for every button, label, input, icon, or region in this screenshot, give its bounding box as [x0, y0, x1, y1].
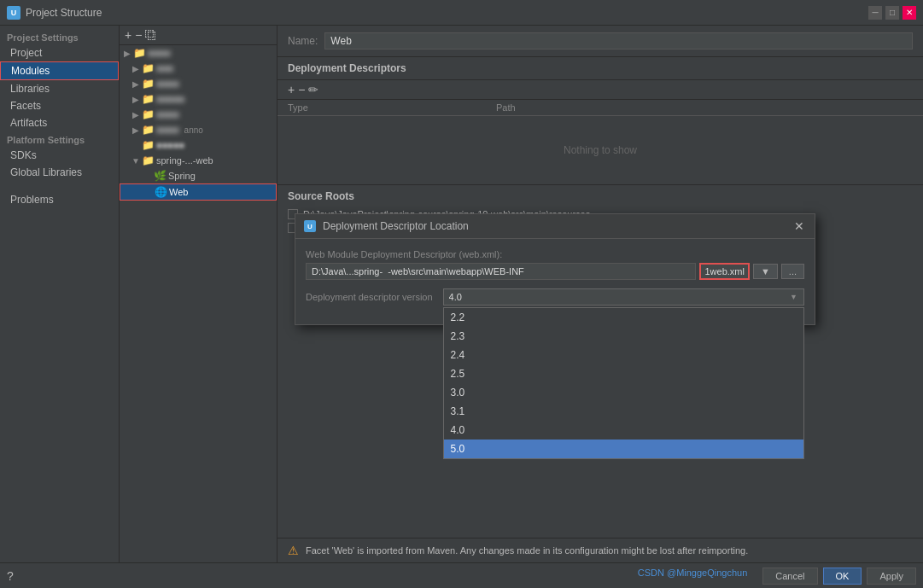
sidebar-item-problems[interactable]: Problems: [0, 191, 119, 208]
tree-toolbar: + − ⿻: [120, 26, 277, 45]
tree-item-1[interactable]: ▶ 📁 ■■■: [120, 61, 277, 76]
sidebar-item-label: Global Libraries: [10, 166, 82, 178]
expand-icon: ▶: [131, 125, 140, 135]
folder-icon: 📁: [133, 47, 146, 59]
watermark: CSDN @MinggeQingchun: [638, 568, 748, 585]
tree-item-label: Web: [169, 187, 188, 197]
version-label: Deployment descriptor version: [306, 292, 433, 302]
sidebar: Project Settings Project Modules Librari…: [0, 26, 120, 562]
tree-item-label: ■■■■: [156, 125, 179, 135]
tree-item-2[interactable]: ▶ 📁 ■■■■: [120, 76, 277, 91]
web-icon: 🌐: [155, 186, 167, 198]
tree-item-5[interactable]: ▶ 📁 ■■■■ anno: [120, 122, 277, 137]
sidebar-item-libraries[interactable]: Libraries: [0, 80, 119, 97]
remove-button[interactable]: −: [135, 29, 142, 41]
apply-button[interactable]: Apply: [867, 568, 916, 585]
sidebar-item-label: Libraries: [10, 83, 50, 95]
expand-icon: ▶: [131, 95, 140, 104]
version-option-24[interactable]: 2.4: [444, 346, 803, 364]
tree-item-label: ■■■■■: [156, 140, 184, 150]
version-option-50[interactable]: 5.0: [444, 440, 803, 458]
version-option-22[interactable]: 2.2: [444, 308, 803, 327]
dialog-icon: U: [304, 220, 316, 232]
sidebar-item-global-libraries[interactable]: Global Libraries: [0, 164, 119, 181]
sidebar-item-modules[interactable]: Modules: [0, 61, 119, 80]
sidebar-item-label: Modules: [11, 65, 50, 77]
expand-icon: ▶: [131, 110, 140, 119]
bottom-buttons: CSDN @MinggeQingchun Cancel OK Apply: [638, 568, 916, 585]
ok-button[interactable]: OK: [823, 568, 862, 585]
version-container: 2.2 2.3 2.4 2.5 3.0 3.1 4.0 5.0: [443, 288, 804, 306]
cancel-button[interactable]: Cancel: [762, 568, 817, 585]
folder-icon: 📁: [142, 108, 155, 120]
dd-remove-button[interactable]: −: [298, 84, 305, 96]
sidebar-item-label: SDKs: [10, 149, 37, 161]
dialog-title: Deployment Descriptor Location: [323, 220, 786, 232]
platform-settings-label: Platform Settings: [0, 131, 119, 147]
expand-icon: ▼: [131, 156, 140, 166]
version-option-25[interactable]: 2.5: [444, 364, 803, 383]
path-dropdown-button[interactable]: ▼: [753, 264, 778, 279]
desc-version-row: Deployment descriptor version 2.2 2.3 2.…: [306, 288, 804, 306]
folder-icon: 📁: [142, 139, 155, 151]
version-option-30[interactable]: 3.0: [444, 383, 803, 402]
tree-item-web[interactable]: 🌐 Web: [120, 183, 277, 201]
dd-add-button[interactable]: +: [288, 84, 295, 96]
dialog-body: Web Module Deployment Descriptor (web.xm…: [295, 239, 815, 324]
tree-item-7[interactable]: ▼ 📁 spring-...-web: [120, 153, 277, 168]
content-header: Name:: [277, 26, 923, 57]
folder-icon: 📁: [142, 78, 155, 90]
path-browse-button[interactable]: ...: [781, 264, 804, 279]
tree-item-annotation: anno: [184, 125, 203, 135]
sidebar-item-label: Project: [10, 47, 42, 59]
tree-item-6[interactable]: 📁 ■■■■■: [120, 137, 277, 153]
copy-button[interactable]: ⿻: [145, 29, 157, 41]
name-label: Name:: [288, 35, 318, 47]
minimize-button[interactable]: ─: [868, 6, 882, 20]
dd-edit-button[interactable]: ✏: [308, 84, 318, 96]
tree-item-spring[interactable]: 🌿 Spring: [120, 168, 277, 183]
version-select[interactable]: [443, 288, 804, 306]
version-select-wrapper[interactable]: [443, 288, 804, 306]
path-input[interactable]: [306, 263, 696, 280]
folder-icon: 📁: [142, 154, 155, 166]
expand-icon: ▶: [131, 64, 140, 73]
version-option-40[interactable]: 4.0: [444, 421, 803, 440]
tree-item-label: Spring: [168, 171, 196, 181]
source-roots-title: Source Roots: [277, 185, 923, 207]
app-icon: U: [7, 6, 20, 20]
add-button[interactable]: +: [125, 29, 131, 41]
folder-icon: 📁: [142, 124, 155, 136]
tree-item-4[interactable]: ▶ 📁 ■■■■: [120, 107, 277, 122]
sidebar-item-project[interactable]: Project: [0, 44, 119, 61]
web-module-row: Web Module Deployment Descriptor (web.xm…: [306, 249, 804, 280]
deployment-descriptor-dialog: U Deployment Descriptor Location ✕ Web M…: [295, 213, 815, 325]
deployment-descriptors-title: Deployment Descriptors: [277, 57, 923, 80]
maximize-button[interactable]: □: [885, 6, 899, 20]
title-bar-controls: ─ □ ✕: [868, 6, 916, 20]
tree-item-label: ■■■■: [156, 79, 179, 89]
spring-icon: 🌿: [154, 170, 166, 182]
table-empty-message: Nothing to show: [277, 116, 923, 184]
tree-item-label: spring-...-web: [156, 155, 213, 166]
warning-icon: ⚠: [288, 544, 299, 557]
warning-text: Facet 'Web' is imported from Maven. Any …: [306, 545, 748, 556]
tree-item-label: ■■■■: [156, 109, 179, 119]
table-header: Type Path: [277, 100, 923, 116]
close-button[interactable]: ✕: [903, 6, 916, 20]
deployment-mini-toolbar: + − ✏: [277, 80, 923, 100]
tree-item-3[interactable]: ▶ 📁 ■■■■■: [120, 91, 277, 107]
version-option-23[interactable]: 2.3: [444, 327, 803, 346]
sidebar-item-artifacts[interactable]: Artifacts: [0, 114, 119, 131]
folder-icon: 📁: [142, 93, 155, 105]
name-input[interactable]: [324, 32, 913, 49]
sidebar-item-facets[interactable]: Facets: [0, 97, 119, 114]
tree-item-0[interactable]: ▶ 📁 ■■■■: [120, 45, 277, 61]
sidebar-item-sdks[interactable]: SDKs: [0, 147, 119, 164]
version-option-31[interactable]: 3.1: [444, 402, 803, 421]
main-layout: Project Settings Project Modules Librari…: [0, 26, 923, 562]
dialog-close-button[interactable]: ✕: [792, 219, 806, 233]
help-button[interactable]: ?: [7, 570, 14, 582]
warning-bar: ⚠ Facet 'Web' is imported from Maven. An…: [277, 538, 923, 562]
dialog-titlebar: U Deployment Descriptor Location ✕: [295, 214, 815, 239]
